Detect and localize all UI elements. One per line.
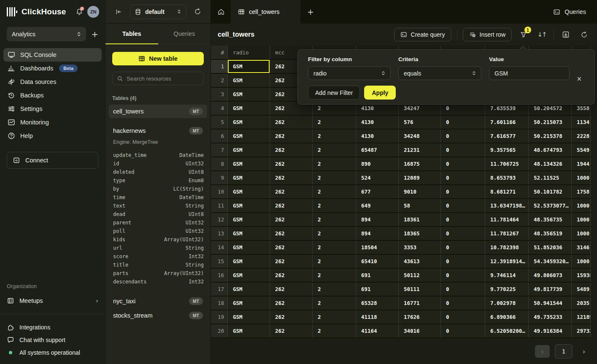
table-item-cell-towers[interactable]: cell_towers MT [109, 105, 207, 118]
table-item-nyc-taxi[interactable]: nyc_taxi MT [109, 294, 207, 308]
table-cell[interactable]: 18365 [399, 227, 441, 240]
table-cell[interactable]: 262 [270, 199, 313, 212]
table-cell[interactable]: 7.616577 [485, 129, 529, 143]
apply-filter-button[interactable]: Apply [364, 86, 396, 100]
table-cell[interactable]: 50.215073 [529, 116, 572, 129]
table-cell[interactable]: 3146 [572, 241, 591, 254]
table-cell[interactable]: 17626 [399, 310, 441, 324]
collapse-panel-icon[interactable] [115, 8, 122, 16]
table-cell[interactable]: 1134 [572, 116, 591, 129]
table-cell[interactable]: 9010 [399, 185, 441, 198]
table-cell[interactable]: 0 [441, 297, 485, 310]
table-cell[interactable]: 0 [441, 116, 485, 129]
table-cell[interactable]: 12189 [572, 310, 591, 324]
table-cell[interactable]: 2 [313, 241, 356, 254]
table-cell[interactable]: 1944 [572, 157, 591, 170]
table-cell[interactable]: 2 [313, 310, 356, 324]
table-cell[interactable]: 52.5373077… [529, 199, 572, 212]
table-cell[interactable]: 5489 [572, 283, 591, 296]
table-cell[interactable]: 16875 [399, 157, 441, 170]
filter-value-input[interactable] [489, 66, 570, 80]
table-cell[interactable]: 2 [313, 213, 356, 226]
table-cell[interactable]: 0 [441, 157, 485, 170]
table-cell[interactable]: 0 [441, 185, 485, 198]
search-resources-box[interactable] [112, 72, 204, 85]
table-cell[interactable]: 262 [270, 143, 313, 156]
table-cell[interactable]: 65410 [356, 255, 399, 268]
database-selector[interactable]: default [130, 5, 186, 19]
table-cell[interactable]: 65328 [356, 297, 399, 310]
table-cell[interactable]: 2 [313, 157, 356, 170]
table-cell[interactable]: 0 [441, 129, 485, 143]
table-cell[interactable]: 41118 [356, 310, 399, 324]
table-cell[interactable]: 2 [313, 255, 356, 268]
table-cell[interactable]: 11.781464 [485, 213, 529, 226]
table-cell[interactable]: 65487 [356, 143, 399, 156]
table-cell[interactable]: 262 [270, 227, 313, 240]
table-cell[interactable]: 576 [399, 116, 441, 129]
column-header-#[interactable]: # [211, 46, 228, 59]
table-cell[interactable]: 48.134326 [529, 157, 572, 170]
table-cell[interactable]: 262 [270, 213, 313, 226]
add-new-filter-button[interactable]: Add new Filter [308, 86, 360, 100]
table-cell[interactable]: GSM [228, 143, 270, 156]
table-cell[interactable]: 1758 [572, 185, 591, 198]
table-cell[interactable]: 262 [270, 283, 313, 296]
table-cell[interactable]: 0 [441, 171, 485, 184]
table-cell[interactable]: 2 [313, 269, 356, 282]
selected-table-cell[interactable]: GSM [228, 60, 270, 73]
table-cell[interactable]: 4130 [356, 129, 399, 143]
table-cell[interactable]: 262 [270, 241, 313, 254]
nav-item-help[interactable]: Help [3, 129, 102, 143]
table-cell[interactable]: 2228 [572, 129, 591, 143]
table-cell[interactable]: 50112 [399, 269, 441, 282]
table-cell[interactable]: 262 [270, 324, 313, 337]
table-cell[interactable]: 8.681271 [485, 185, 529, 198]
table-cell[interactable]: 54.3459320… [529, 255, 572, 268]
current-page-indicator[interactable]: 1 [555, 344, 573, 359]
table-cell[interactable]: 50111 [399, 283, 441, 296]
table-cell[interactable]: 262 [270, 185, 313, 198]
table-cell[interactable]: 11.781267 [485, 227, 529, 240]
table-cell[interactable]: 6.52050200… [485, 324, 529, 337]
table-cell[interactable]: 49.817739 [529, 283, 572, 296]
table-cell[interactable]: 58 [399, 199, 441, 212]
connect-button[interactable]: Connect [7, 152, 98, 169]
table-cell[interactable]: 50.101782 [529, 185, 572, 198]
table-cell[interactable]: 41164 [356, 324, 399, 337]
table-cell[interactable]: 34016 [399, 324, 441, 337]
table-cell[interactable]: 2 [313, 129, 356, 143]
table-cell[interactable]: 34248 [399, 129, 441, 143]
nav-item-chat-support[interactable]: Chat with support [0, 334, 105, 346]
nav-item-monitoring[interactable]: Monitoring [3, 116, 102, 129]
table-cell[interactable]: 0 [441, 213, 485, 226]
table-cell[interactable]: 50.941544 [529, 297, 572, 310]
table-cell[interactable]: 43613 [399, 255, 441, 268]
table-cell[interactable]: 0 [441, 241, 485, 254]
table-cell[interactable]: 11.706725 [485, 157, 529, 170]
table-cell[interactable]: 12089 [399, 171, 441, 184]
table-cell[interactable]: GSM [228, 199, 270, 212]
table-cell[interactable]: 9.746114 [485, 269, 529, 282]
table-cell[interactable]: 890 [356, 157, 399, 170]
table-cell[interactable]: 0 [441, 255, 485, 268]
criteria-select[interactable]: equals [398, 66, 481, 80]
table-cell[interactable]: 2 [313, 227, 356, 240]
table-cell[interactable]: 9.357565 [485, 143, 529, 156]
column-header-radio[interactable]: radio [228, 46, 270, 59]
table-cell[interactable]: 262 [270, 129, 313, 143]
nav-item-data-sources[interactable]: Data sources [3, 75, 102, 89]
table-cell[interactable]: GSM [228, 227, 270, 240]
table-cell[interactable]: GSM [228, 116, 270, 129]
system-status[interactable]: All systems operational [0, 346, 105, 359]
table-cell[interactable]: 0 [441, 310, 485, 324]
table-cell[interactable]: 49.806073 [529, 269, 572, 282]
table-cell[interactable]: 2 [313, 283, 356, 296]
table-cell[interactable]: GSM [228, 324, 270, 337]
table-cell[interactable]: GSM [228, 269, 270, 282]
table-cell[interactable]: 6.890366 [485, 310, 529, 324]
nav-item-dashboards[interactable]: Dashboards Beta [3, 62, 102, 75]
table-cell[interactable]: 48.356519 [529, 227, 572, 240]
table-cell[interactable]: GSM [228, 102, 270, 115]
table-cell[interactable]: 49.735233 [529, 310, 572, 324]
